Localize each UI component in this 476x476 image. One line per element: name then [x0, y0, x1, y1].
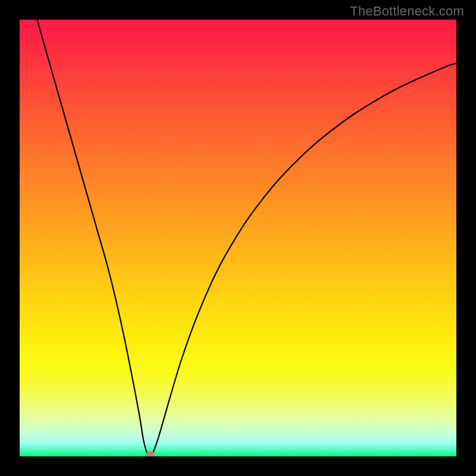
watermark-text: TheBottleneck.com [350, 4, 464, 19]
bottleneck-curve [37, 20, 456, 456]
curve-layer [20, 20, 456, 456]
plot-area [20, 20, 456, 456]
chart-container: TheBottleneck.com [0, 0, 476, 476]
optimum-marker [146, 452, 155, 456]
